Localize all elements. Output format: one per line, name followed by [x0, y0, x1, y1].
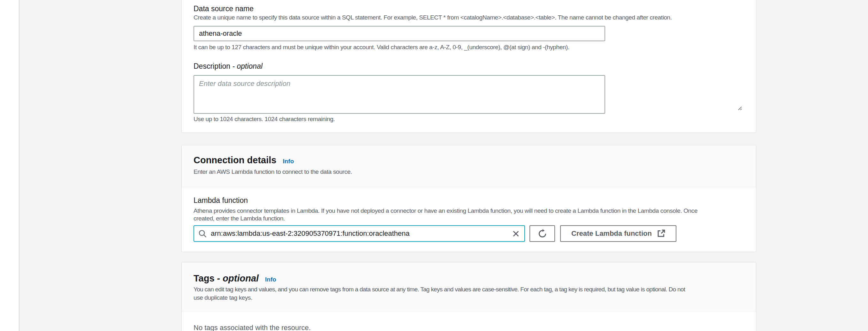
data-source-card: Data source name Create a unique name to… — [181, 0, 756, 133]
external-link-icon — [657, 230, 665, 238]
data-source-name-hint: It can be up to 127 characters and must … — [193, 43, 569, 51]
lambda-function-description-line1: Athena provides connector templates in L… — [193, 207, 698, 215]
tags-card: Tags - optional Info You can edit tag ke… — [181, 262, 756, 331]
lambda-function-description-line2: created, enter the Lambda function. — [193, 215, 285, 222]
description-hint: Use up to 1024 characters. 1024 characte… — [193, 115, 335, 123]
data-source-name-label: Data source name — [193, 4, 254, 13]
no-tags-message: No tags associated with the resource. — [193, 324, 311, 331]
description-label-text: Description — [193, 62, 230, 70]
search-icon — [198, 230, 207, 238]
tags-title-text: Tags — [193, 273, 215, 283]
tags-title: Tags - optional — [193, 273, 259, 284]
connection-details-description: Enter an AWS Lambda function to connect … — [193, 168, 352, 176]
tags-description-line1: You can edit tag keys and values, and yo… — [193, 285, 685, 293]
close-icon — [512, 230, 520, 238]
connection-details-card: Connection details Info Enter an AWS Lam… — [181, 145, 756, 252]
data-source-name-description: Create a unique name to specify this dat… — [193, 14, 672, 22]
connection-details-info-link[interactable]: Info — [283, 158, 294, 165]
description-textarea[interactable] — [193, 75, 605, 114]
tags-description-line2: use duplicate tag keys. — [193, 294, 252, 302]
description-label-optional: - optional — [232, 62, 262, 70]
left-rail — [0, 0, 20, 331]
lambda-function-search-field[interactable]: arn:aws:lambda:us-east-2:320905370971:fu… — [193, 225, 525, 242]
description-label: Description - optional — [193, 62, 262, 70]
data-source-name-input[interactable] — [193, 26, 605, 41]
lambda-arn-value: arn:aws:lambda:us-east-2:320905370971:fu… — [211, 230, 511, 238]
clear-search-button[interactable] — [511, 229, 521, 238]
tags-info-link[interactable]: Info — [265, 276, 276, 283]
create-lambda-function-button[interactable]: Create Lambda function — [560, 225, 676, 242]
connection-details-title: Connection details — [193, 154, 276, 166]
refresh-icon — [537, 229, 547, 239]
tags-title-optional: - optional — [217, 273, 259, 283]
lambda-function-label: Lambda function — [193, 196, 248, 205]
connection-details-header — [182, 145, 756, 187]
create-lambda-function-label: Create Lambda function — [571, 230, 652, 238]
refresh-button[interactable] — [529, 225, 555, 242]
resize-corner-icon[interactable] — [736, 104, 743, 111]
